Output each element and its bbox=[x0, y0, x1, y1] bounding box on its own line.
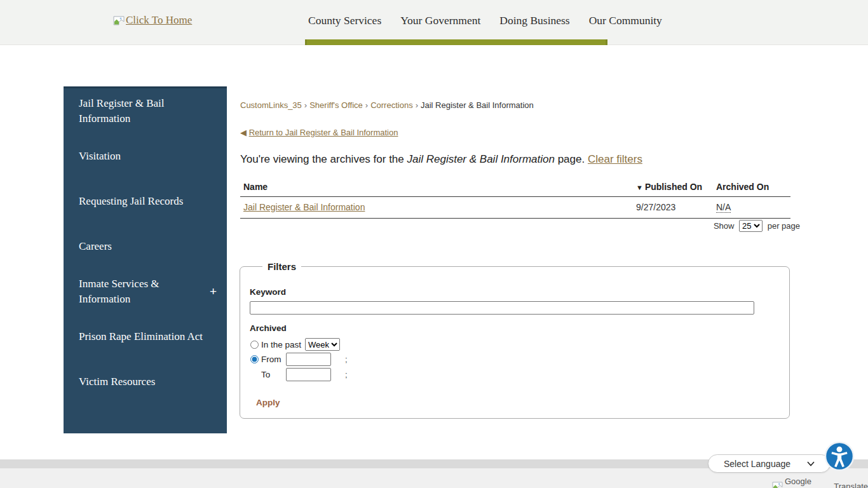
main-nav: County Services Your Government Doing Bu… bbox=[305, 14, 665, 27]
intro-prefix: You're viewing the archives for the bbox=[240, 153, 407, 165]
sidebar-item-jail-register[interactable]: Jail Register & Bail Information bbox=[64, 88, 227, 133]
intro-suffix: page. bbox=[555, 153, 588, 165]
accessibility-widget-button[interactable] bbox=[824, 441, 855, 471]
sidebar-item-careers[interactable]: Careers bbox=[64, 224, 227, 269]
expand-plus-icon[interactable]: + bbox=[210, 285, 217, 299]
column-header-name[interactable]: Name bbox=[240, 179, 633, 197]
sidebar: Jail Register & Bail Information Visitat… bbox=[64, 86, 227, 433]
archived-on-value: N/A bbox=[716, 202, 731, 213]
back-arrow-icon: ◀ bbox=[240, 128, 247, 137]
to-date-input[interactable] bbox=[286, 368, 331, 381]
breadcrumb-current: Jail Register & Bail Information bbox=[421, 100, 534, 110]
nav-item-our-community[interactable]: Our Community bbox=[586, 14, 665, 27]
filters-panel: Filters Keyword Archived In the past Wee… bbox=[240, 261, 790, 419]
language-selector-label: Select Language bbox=[724, 459, 790, 469]
filters-legend: Filters bbox=[262, 261, 301, 272]
per-page-control: Show 25 per page bbox=[240, 220, 800, 232]
clear-filters-link[interactable]: Clear filters bbox=[588, 153, 642, 165]
nav-item-your-government[interactable]: Your Government bbox=[397, 14, 484, 27]
sidebar-item-label: Requesting Jail Records bbox=[79, 194, 183, 208]
broken-image-icon bbox=[772, 482, 783, 488]
google-translate-attribution[interactable]: Google Translate Translate bbox=[772, 477, 868, 488]
archive-table: Name ▼Published On Archived On Jail Regi… bbox=[240, 179, 790, 219]
from-date-input[interactable] bbox=[286, 353, 331, 366]
to-separator: ; bbox=[345, 370, 348, 379]
from-separator: ; bbox=[345, 355, 348, 364]
sidebar-item-label: Inmate Services & Information bbox=[79, 276, 206, 306]
sidebar-item-requesting-jail-records[interactable]: Requesting Jail Records bbox=[64, 179, 227, 224]
sidebar-item-visitation[interactable]: Visitation bbox=[64, 133, 227, 179]
table-row: Jail Register & Bail Information 9/27/20… bbox=[240, 197, 790, 219]
archive-item-link[interactable]: Jail Register & Bail Information bbox=[243, 202, 365, 212]
show-label: Show bbox=[714, 221, 735, 231]
breadcrumb: CustomLinks_35›Sheriff's Office›Correcti… bbox=[240, 100, 790, 110]
column-header-published-on[interactable]: ▼Published On bbox=[633, 179, 713, 197]
home-logo-label: Click To Home bbox=[126, 14, 192, 27]
sidebar-item-label: Jail Register & Bail Information bbox=[79, 96, 206, 126]
keyword-input[interactable] bbox=[250, 301, 754, 315]
archive-intro: You're viewing the archives for the Jail… bbox=[240, 153, 790, 166]
page-header: Click To Home County Services Your Gover… bbox=[0, 0, 868, 45]
keyword-label: Keyword bbox=[250, 287, 780, 297]
nav-accent-bar bbox=[305, 39, 607, 45]
sidebar-item-prison-rape-elimination-act[interactable]: Prison Rape Elimination Act bbox=[64, 314, 227, 359]
return-link[interactable]: ◀ Return to Jail Register & Bail Informa… bbox=[240, 128, 398, 137]
nav-item-county-services[interactable]: County Services bbox=[305, 14, 384, 27]
sort-desc-icon: ▼ bbox=[636, 184, 643, 191]
sidebar-item-label: Visitation bbox=[79, 149, 121, 163]
published-on-value: 9/27/2023 bbox=[633, 197, 713, 219]
from-label: From bbox=[261, 355, 282, 364]
home-logo-link[interactable]: Click To Home bbox=[113, 14, 192, 27]
per-page-label: per page bbox=[768, 221, 800, 231]
intro-page-name: Jail Register & Bail Information bbox=[407, 153, 555, 165]
per-page-select[interactable]: 25 bbox=[739, 220, 763, 232]
date-range-radio[interactable] bbox=[250, 355, 259, 363]
broken-image-icon bbox=[113, 16, 125, 25]
archived-label: Archived bbox=[250, 323, 780, 333]
nav-item-doing-business[interactable]: Doing Business bbox=[496, 14, 573, 27]
main-content: CustomLinks_35›Sheriff's Office›Correcti… bbox=[240, 100, 790, 219]
sidebar-item-label: Careers bbox=[79, 239, 112, 254]
column-header-archived-on[interactable]: Archived On bbox=[713, 179, 790, 197]
google-translate-alt-text: Google Translate bbox=[785, 477, 832, 488]
apply-button[interactable]: Apply bbox=[256, 398, 280, 407]
language-selector[interactable]: Select Language bbox=[708, 454, 831, 473]
in-the-past-label: In the past bbox=[261, 340, 301, 349]
sidebar-item-inmate-services[interactable]: Inmate Services & Information + bbox=[64, 269, 227, 314]
breadcrumb-separator: › bbox=[413, 100, 421, 110]
breadcrumb-separator: › bbox=[363, 100, 370, 110]
chevron-down-icon bbox=[807, 461, 815, 466]
return-link-label: Return to Jail Register & Bail Informati… bbox=[249, 128, 398, 137]
translate-label: Translate bbox=[834, 482, 868, 488]
period-select[interactable]: Week bbox=[305, 338, 340, 351]
sidebar-item-label: Prison Rape Elimination Act bbox=[79, 329, 203, 344]
archived-options: In the past Week From ; To ; bbox=[250, 338, 780, 381]
accessibility-icon bbox=[824, 464, 855, 473]
sidebar-item-label: Victim Resources bbox=[79, 374, 155, 389]
breadcrumb-link-corrections[interactable]: Corrections bbox=[370, 100, 412, 110]
sidebar-item-victim-resources[interactable]: Victim Resources bbox=[64, 359, 227, 404]
breadcrumb-separator: › bbox=[302, 100, 309, 110]
to-label: To bbox=[261, 370, 282, 379]
breadcrumb-link-customlinks[interactable]: CustomLinks_35 bbox=[240, 100, 302, 110]
breadcrumb-link-sheriffs-office[interactable]: Sheriff's Office bbox=[309, 100, 363, 110]
in-the-past-radio[interactable] bbox=[250, 341, 259, 349]
